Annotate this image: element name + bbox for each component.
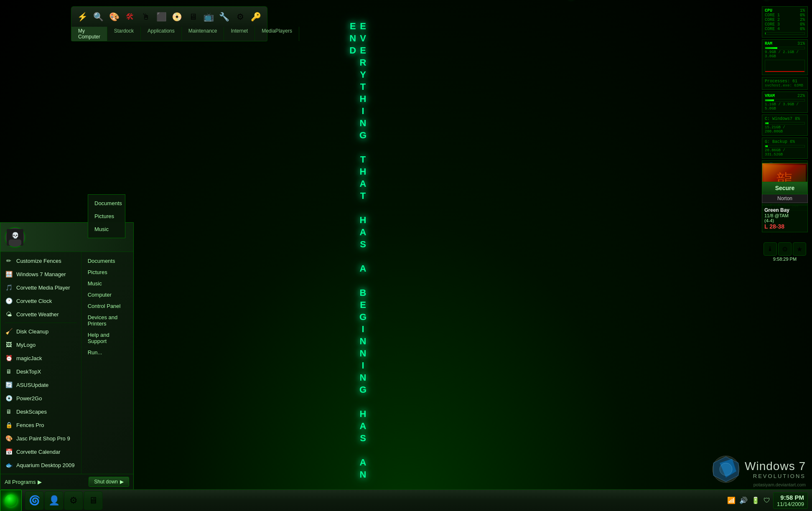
- dock-icon-11[interactable]: ⚙: [233, 9, 247, 24]
- tray-icon-volume[interactable]: 🔊: [738, 496, 748, 505]
- menu-item-win7-manager[interactable]: 🪟 Windows 7 Manager: [0, 267, 81, 281]
- right-menu-help[interactable]: Help and Support: [86, 329, 129, 347]
- core1-label: CORE 1: [765, 13, 780, 18]
- menu-item-mylogo[interactable]: 🖼 MyLogo: [0, 338, 81, 351]
- dock-icon-3[interactable]: 🎨: [107, 9, 121, 24]
- cpu-bar: [765, 33, 766, 34]
- menu-item-asusupdate[interactable]: 🔄 ASUSUpdate: [0, 378, 81, 392]
- dock-tab-stardock[interactable]: Stardock: [107, 27, 141, 41]
- dock-tab-internet[interactable]: Internet: [224, 27, 255, 41]
- taskbar-clock[interactable]: 9:58 PM 11/14/2009: [773, 492, 808, 509]
- menu-item-label: Fences Pro: [16, 422, 44, 428]
- right-menu-control-panel[interactable]: Control Panel: [86, 300, 129, 312]
- menu-item-label: DeskScapes: [16, 409, 47, 415]
- menu-item-clock[interactable]: 🕐 Corvette Clock: [0, 294, 81, 308]
- menu-item-label: Corvette Media Player: [16, 285, 70, 291]
- taskbar-app-3[interactable]: ⚙: [64, 491, 83, 510]
- dock-tab-mediaplayers[interactable]: MediaPlayers: [255, 27, 299, 41]
- norton-security-widget[interactable]: Secure Norton: [762, 182, 808, 203]
- popup-documents[interactable]: Documents: [88, 197, 125, 210]
- menu-item-label: ASUSUpdate: [16, 382, 48, 388]
- clock-icon: 🕐: [5, 297, 13, 305]
- vram-detail: 1.1GB / 3.9GB / 5.0GB: [765, 102, 805, 111]
- menu-item-customize-fences[interactable]: ✏ Customize Fences: [0, 254, 81, 267]
- dock-tab-mycomputer[interactable]: My Computer: [71, 27, 107, 41]
- tray-icon-network[interactable]: 📶: [726, 496, 736, 505]
- clock-icon-2[interactable]: ⚙: [778, 242, 792, 256]
- deskscapes-icon: 🖥: [5, 407, 13, 416]
- user-avatar: 💀: [5, 227, 25, 248]
- right-menu-computer[interactable]: Computer: [86, 289, 129, 300]
- menu-item-disk-cleanup[interactable]: 🧹 Disk Cleanup: [0, 325, 81, 338]
- menu-item-desktopx[interactable]: 🖥 DeskTopX: [0, 365, 81, 378]
- svg-text:💀: 💀: [12, 232, 19, 239]
- sports-record: (4-4): [764, 218, 805, 223]
- right-menu-run[interactable]: Run...: [86, 347, 129, 358]
- right-menu-music[interactable]: Music: [86, 278, 129, 289]
- taskbar-app-2[interactable]: 👤: [45, 491, 63, 510]
- dock-icon-2[interactable]: 🔍: [92, 9, 106, 24]
- dock-icon-4[interactable]: 🛠: [123, 9, 137, 24]
- vram-percent: 22%: [797, 94, 805, 98]
- tray-icon-power[interactable]: 🔋: [751, 496, 761, 505]
- sports-widget: Green Bay 11/8 @TAM (4-4) L 28-38: [762, 205, 808, 232]
- menu-item-fences-pro[interactable]: 🔒 Fences Pro: [0, 418, 81, 432]
- norton-secure-status[interactable]: Secure: [762, 182, 808, 194]
- g-drive-label: G: Backup 6%: [765, 140, 795, 144]
- right-menu-documents[interactable]: Documents: [86, 255, 129, 267]
- dock-icon-12[interactable]: 🔑: [249, 9, 263, 24]
- menu-item-label: MyLogo: [16, 342, 36, 348]
- menu-item-deskscapes[interactable]: 🖥 DeskScapes: [0, 405, 81, 418]
- ram-label: RAM: [765, 41, 772, 46]
- menu-item-label: DeskTopX: [16, 369, 41, 375]
- menu-item-media-player[interactable]: 🎵 Corvette Media Player: [0, 281, 81, 294]
- svchost-label: svchost.exe: 63MB: [765, 84, 805, 88]
- menu-item-label: Corvette Clock: [16, 298, 52, 304]
- aquarium-icon: 🐟: [5, 461, 13, 469]
- start-orb: [5, 494, 17, 507]
- dock-icon-10[interactable]: 🔧: [217, 9, 232, 24]
- menu-item-label: Windows 7 Manager: [16, 271, 66, 277]
- right-menu-pictures[interactable]: Pictures: [86, 267, 129, 278]
- dock-icon-9[interactable]: 📺: [201, 9, 216, 24]
- sports-matchup: 11/8 @TAM: [764, 213, 805, 218]
- dock-icons-bar: ⚡ 🔍 🎨 🛠 🖱 ⬛ 📀 🖥 📺 🔧 ⚙ 🔑: [71, 6, 267, 27]
- popup-music[interactable]: Music: [88, 223, 125, 236]
- core1-val: 0%: [800, 13, 805, 18]
- taskbar-app-4[interactable]: 🖥: [84, 491, 102, 510]
- clock-icon-3[interactable]: ★: [793, 242, 806, 256]
- clock-icon-1[interactable]: 🌡: [764, 242, 777, 256]
- right-menu-devices[interactable]: Devices and Printers: [86, 312, 129, 329]
- desktopx-icon: 🖥: [5, 367, 13, 376]
- menu-item-power2go[interactable]: 💿 Power2Go: [0, 392, 81, 405]
- dock-icon-6[interactable]: ⬛: [154, 9, 168, 24]
- win7-title: Windows 7: [745, 460, 806, 473]
- shutdown-arrow: ▶: [120, 479, 124, 485]
- dock-icon-1[interactable]: ⚡: [76, 9, 90, 24]
- start-button[interactable]: [0, 490, 22, 511]
- popup-pictures[interactable]: Pictures: [88, 210, 125, 223]
- dock-icon-7[interactable]: 📀: [170, 9, 184, 24]
- cpu-percent: 1%: [800, 8, 805, 13]
- menu-item-aquarium[interactable]: 🐟 Aquarium Desktop 2009: [0, 458, 81, 472]
- dock-icon-5[interactable]: 🖱: [139, 9, 153, 24]
- dock-tab-applications[interactable]: Applications: [141, 27, 182, 41]
- magicjack-icon: ⏰: [5, 354, 13, 362]
- shutdown-button[interactable]: Shut down ▶: [89, 477, 129, 487]
- tray-icon-security[interactable]: 🛡: [763, 496, 771, 505]
- dock-tab-maintenance[interactable]: Maintenance: [182, 27, 224, 41]
- taskbar-date: 11/14/2009: [777, 501, 804, 507]
- menu-item-magicjack[interactable]: ⏰ magicJack: [0, 351, 81, 365]
- core3-label: CORE 3: [765, 22, 780, 27]
- menu-item-corvette-calendar[interactable]: 📅 Corvette Calendar: [0, 445, 81, 458]
- menu-item-paintshop[interactable]: 🎨 Jasc Paint Shop Pro 9: [0, 432, 81, 445]
- c-drive-label: C: Windows7 8%: [765, 117, 800, 121]
- all-programs-button[interactable]: All Programs ▶: [5, 479, 42, 485]
- top-dock: ⚡ 🔍 🎨 🛠 🖱 ⬛ 📀 🖥 📺 🔧 ⚙ 🔑 My Computer Star…: [71, 6, 267, 41]
- menu-item-weather[interactable]: 🌤 Corvette Weather: [0, 308, 81, 321]
- taskbar-app-1[interactable]: 🌀: [25, 491, 43, 510]
- customize-fences-icon: ✏: [5, 257, 13, 265]
- g-drive-bar: [765, 145, 768, 147]
- svg-point-3: [720, 463, 732, 475]
- dock-icon-8[interactable]: 🖥: [186, 9, 200, 24]
